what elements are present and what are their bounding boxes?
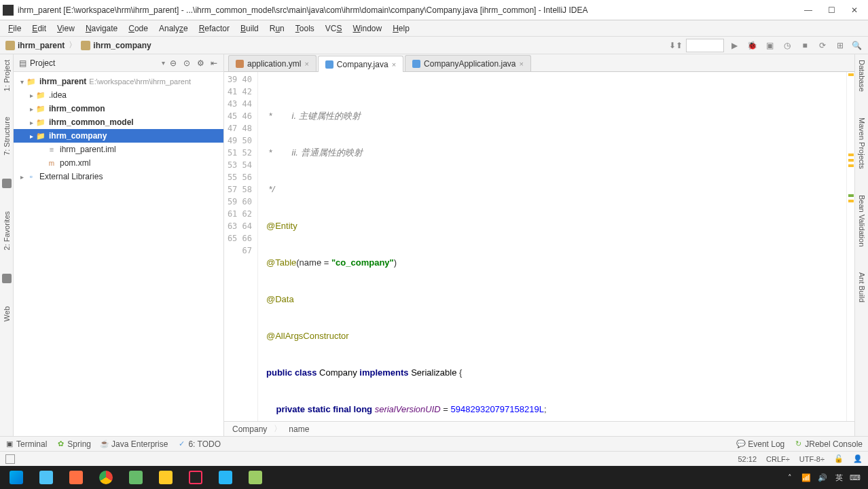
menu-view[interactable]: View xyxy=(53,22,79,35)
run-icon[interactable]: ▶ xyxy=(728,39,740,52)
tree-node-idea[interactable]: ▸ .idea xyxy=(14,88,223,102)
collapse-all-icon[interactable]: ⊖ xyxy=(168,58,179,69)
tray-chevron-icon[interactable]: ˄ xyxy=(785,473,795,482)
close-icon[interactable]: × xyxy=(392,60,396,69)
taskbar-app[interactable] xyxy=(212,467,239,488)
taskbar-app[interactable] xyxy=(122,467,149,488)
tool-icon[interactable] xyxy=(2,179,12,188)
profiler-icon[interactable]: ◷ xyxy=(781,39,793,52)
tray-network-icon[interactable]: 📶 xyxy=(801,473,811,482)
menu-code[interactable]: Code xyxy=(124,22,152,35)
editor-body[interactable]: 39 40 41 42 43 44 45 46 47 48 49 50 51 5… xyxy=(224,72,854,421)
inspection-indicator[interactable]: 👤 xyxy=(853,454,863,463)
tool-tab-bean-validation[interactable]: Bean Validation xyxy=(856,192,867,249)
run-config-dropdown[interactable] xyxy=(686,39,724,52)
expand-arrow-icon[interactable]: ▸ xyxy=(18,173,26,181)
close-button[interactable]: ✕ xyxy=(849,5,860,16)
tool-tab-event-log[interactable]: 💬Event Log xyxy=(737,439,784,449)
code-content[interactable]: * i. 主键属性的映射 * ii. 普通属性的映射 */ @Entity @T… xyxy=(258,72,846,421)
tool-tab-jrebel[interactable]: ↻JRebel Console xyxy=(794,439,863,449)
menu-vcs[interactable]: VCS xyxy=(321,22,346,35)
taskbar-explorer[interactable] xyxy=(152,467,179,488)
project-title[interactable]: Project xyxy=(30,58,159,68)
taskbar-app[interactable] xyxy=(242,467,269,488)
tree-node-company[interactable]: ▸ ihrm_company xyxy=(14,129,223,143)
debug-icon[interactable]: 🐞 xyxy=(746,39,758,52)
tree-node-pom[interactable]: pom.xml xyxy=(14,156,223,170)
menu-file[interactable]: File xyxy=(4,22,25,35)
breadcrumb-item-2[interactable]: ihrm_company xyxy=(93,41,151,50)
expand-arrow-icon[interactable]: ▸ xyxy=(27,119,35,126)
stop-icon[interactable]: ■ xyxy=(799,39,811,52)
breadcrumb-item-1[interactable]: ihrm_parent xyxy=(18,41,65,50)
menu-tools[interactable]: Tools xyxy=(291,22,319,35)
expand-arrow-icon[interactable]: ▸ xyxy=(27,105,35,113)
locate-icon[interactable]: ⊙ xyxy=(181,58,192,69)
tool-tab-java-enterprise[interactable]: ☕Java Enterprise xyxy=(101,439,168,449)
caret-position[interactable]: 52:12 xyxy=(738,455,757,463)
project-view-icon[interactable]: ▤ xyxy=(18,58,27,68)
menu-build[interactable]: Build xyxy=(236,22,263,35)
tool-tab-favorites[interactable]: 2: Favorites xyxy=(1,209,12,253)
tree-node-iml[interactable]: ihrm_parent.iml xyxy=(14,143,223,156)
library-icon xyxy=(26,172,37,181)
tool-tab-terminal[interactable]: ▣Terminal xyxy=(5,439,47,449)
menu-navigate[interactable]: Navigate xyxy=(82,22,122,35)
tool-tab-structure[interactable]: 7: Structure xyxy=(1,114,12,158)
structure-icon[interactable]: ⊞ xyxy=(834,39,846,52)
build-icon[interactable]: ⬇⬆ xyxy=(670,39,682,52)
tray-ime-icon[interactable]: 英 xyxy=(834,473,844,482)
maximize-button[interactable]: ☐ xyxy=(826,5,837,16)
tool-icon[interactable] xyxy=(2,274,12,283)
error-stripe[interactable] xyxy=(846,72,854,421)
update-icon[interactable]: ⟳ xyxy=(816,39,829,52)
tool-tab-ant[interactable]: Ant Build xyxy=(856,270,867,305)
tab-company-java[interactable]: Company.java× xyxy=(318,56,403,72)
minimize-button[interactable]: — xyxy=(803,5,814,16)
file-encoding[interactable]: UTF-8÷ xyxy=(799,455,825,463)
close-icon[interactable]: × xyxy=(304,60,308,68)
tab-application-yml[interactable]: application.yml× xyxy=(228,55,317,71)
menu-refactor[interactable]: Refactor xyxy=(195,22,234,35)
breadcrumb-member[interactable]: name xyxy=(289,424,309,434)
hide-icon[interactable]: ⇤ xyxy=(209,58,219,69)
menu-window[interactable]: Window xyxy=(348,22,386,35)
tool-tab-web[interactable]: Web xyxy=(1,304,12,324)
coverage-icon[interactable]: ▣ xyxy=(763,39,776,52)
close-icon[interactable]: × xyxy=(520,60,524,68)
taskbar-intellij[interactable] xyxy=(182,467,209,488)
read-only-toggle[interactable]: 🔓 xyxy=(834,454,844,463)
tool-window-quick-access-icon[interactable] xyxy=(5,454,15,464)
tree-node-common-model[interactable]: ▸ ihrm_common_model xyxy=(14,115,223,129)
tree-node-external-libs[interactable]: ▸ External Libraries xyxy=(14,170,223,183)
menu-run[interactable]: Run xyxy=(266,22,289,35)
menu-analyze[interactable]: Analyze xyxy=(155,22,192,35)
breadcrumb-class[interactable]: Company xyxy=(232,424,267,434)
folder-icon xyxy=(5,41,15,50)
search-everywhere-icon[interactable]: 🔍 xyxy=(850,39,863,52)
tree-label: ihrm_common_model xyxy=(49,117,134,127)
tool-tab-todo[interactable]: ✓6: TODO xyxy=(177,439,221,449)
taskbar-chrome[interactable] xyxy=(92,467,120,488)
menu-edit[interactable]: Edit xyxy=(28,22,50,35)
tool-tab-spring[interactable]: ✿Spring xyxy=(56,439,91,449)
tool-tab-project[interactable]: 1: Project xyxy=(1,57,12,94)
tool-tab-maven[interactable]: Maven Projects xyxy=(856,115,867,172)
tray-volume-icon[interactable]: 🔊 xyxy=(818,473,827,482)
menu-help[interactable]: Help xyxy=(388,22,414,35)
project-tree[interactable]: ▾ ihrm_parent E:\workspace\hrm\ihrm_pare… xyxy=(14,72,223,436)
start-button[interactable] xyxy=(3,467,30,488)
expand-arrow-icon[interactable]: ▾ xyxy=(18,78,26,86)
taskbar-app[interactable] xyxy=(33,467,60,488)
tool-tab-database[interactable]: Database xyxy=(856,57,867,94)
tree-node-common[interactable]: ▸ ihrm_common xyxy=(14,102,223,115)
taskbar-app[interactable] xyxy=(62,467,90,488)
line-separator[interactable]: CRLF÷ xyxy=(766,455,790,463)
expand-arrow-icon[interactable]: ▸ xyxy=(27,132,35,140)
gear-icon[interactable]: ⚙ xyxy=(195,58,206,69)
tree-node-root[interactable]: ▾ ihrm_parent E:\workspace\hrm\ihrm_pare… xyxy=(14,75,223,88)
expand-arrow-icon[interactable]: ▸ xyxy=(27,92,35,99)
tray-keyboard-icon[interactable]: ⌨ xyxy=(850,473,860,482)
tab-company-application[interactable]: CompanyApplication.java× xyxy=(405,55,531,71)
chevron-down-icon[interactable]: ▾ xyxy=(162,59,165,67)
